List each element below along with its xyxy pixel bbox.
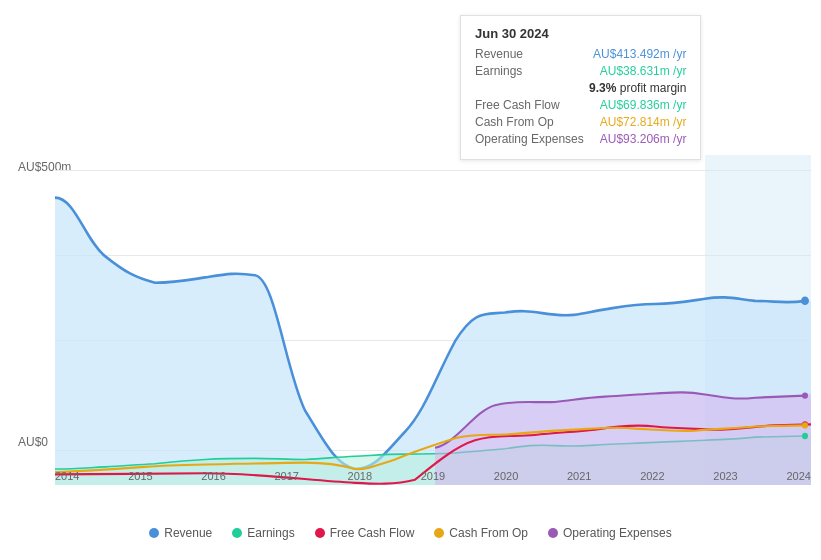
x-label-2015: 2015 <box>128 470 152 482</box>
legend-cashop: Cash From Op <box>434 526 528 540</box>
y-axis-bottom-label: AU$0 <box>18 435 48 449</box>
tooltip-earnings-label: Earnings <box>475 64 522 78</box>
tooltip-revenue-value: AU$413.492m /yr <box>593 47 686 61</box>
x-label-2020: 2020 <box>494 470 518 482</box>
tooltip-revenue-row: Revenue AU$413.492m /yr <box>475 47 686 61</box>
x-label-2016: 2016 <box>201 470 225 482</box>
revenue-endpoint <box>801 297 809 306</box>
cashop-endpoint <box>802 422 808 428</box>
legend-revenue-label: Revenue <box>164 526 212 540</box>
tooltip-earnings-row: Earnings AU$38.631m /yr <box>475 64 686 78</box>
opex-endpoint <box>802 392 808 398</box>
x-label-2021: 2021 <box>567 470 591 482</box>
tooltip-cashop-value: AU$72.814m /yr <box>600 115 687 129</box>
legend-cashop-dot <box>434 528 444 538</box>
chart-container: Jun 30 2024 Revenue AU$413.492m /yr Earn… <box>0 0 821 560</box>
tooltip-opex-value: AU$93.206m /yr <box>600 132 687 146</box>
legend-opex-dot <box>548 528 558 538</box>
legend-cashop-label: Cash From Op <box>449 526 528 540</box>
legend-revenue-dot <box>149 528 159 538</box>
tooltip-box: Jun 30 2024 Revenue AU$413.492m /yr Earn… <box>460 15 701 160</box>
legend-earnings-dot <box>232 528 242 538</box>
legend-earnings: Earnings <box>232 526 294 540</box>
tooltip-revenue-label: Revenue <box>475 47 523 61</box>
tooltip-profit-margin-text: 9.3% profit margin <box>589 81 686 95</box>
tooltip-opex-label: Operating Expenses <box>475 132 584 146</box>
x-label-2019: 2019 <box>421 470 445 482</box>
main-chart-svg <box>55 155 811 485</box>
tooltip-profit-margin-row: 9.3% profit margin <box>475 81 686 95</box>
tooltip-cashop-row: Cash From Op AU$72.814m /yr <box>475 115 686 129</box>
tooltip-cashop-label: Cash From Op <box>475 115 554 129</box>
x-label-2018: 2018 <box>348 470 372 482</box>
legend-fcf-label: Free Cash Flow <box>330 526 415 540</box>
chart-area <box>55 155 811 485</box>
chart-legend: Revenue Earnings Free Cash Flow Cash Fro… <box>0 526 821 540</box>
legend-earnings-label: Earnings <box>247 526 294 540</box>
x-label-2024: 2024 <box>786 470 810 482</box>
x-label-2017: 2017 <box>274 470 298 482</box>
x-label-2023: 2023 <box>713 470 737 482</box>
legend-fcf-dot <box>315 528 325 538</box>
x-label-2014: 2014 <box>55 470 79 482</box>
legend-opex-label: Operating Expenses <box>563 526 672 540</box>
legend-revenue: Revenue <box>149 526 212 540</box>
earnings-endpoint <box>802 433 808 439</box>
x-axis-labels: 2014 2015 2016 2017 2018 2019 2020 2021 … <box>55 470 811 482</box>
tooltip-fcf-value: AU$69.836m /yr <box>600 98 687 112</box>
legend-opex: Operating Expenses <box>548 526 672 540</box>
tooltip-fcf-row: Free Cash Flow AU$69.836m /yr <box>475 98 686 112</box>
legend-fcf: Free Cash Flow <box>315 526 415 540</box>
tooltip-opex-row: Operating Expenses AU$93.206m /yr <box>475 132 686 146</box>
tooltip-fcf-label: Free Cash Flow <box>475 98 560 112</box>
tooltip-earnings-value: AU$38.631m /yr <box>600 64 687 78</box>
x-label-2022: 2022 <box>640 470 664 482</box>
tooltip-date: Jun 30 2024 <box>475 26 686 41</box>
